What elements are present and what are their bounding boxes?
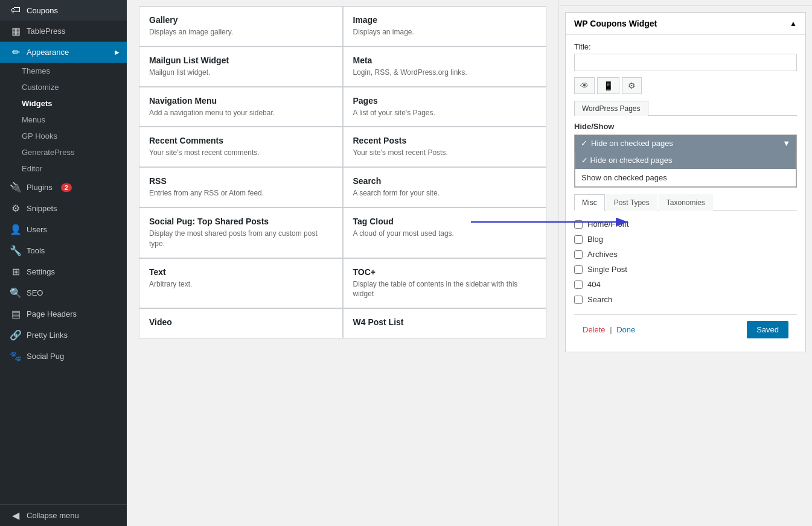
hide-show-dropdown[interactable]: ✓ Hide on checked pages ▼ ✓ Hide on chec… xyxy=(574,135,797,188)
widget-desc: Arbitrary text. xyxy=(149,279,333,290)
collapse-widget-icon[interactable]: ▲ xyxy=(790,19,797,28)
checkbox-archives: Archives xyxy=(574,247,797,262)
sidebar-item-label: Social Pug xyxy=(27,352,64,361)
submenu-item-generatepress[interactable]: GeneratePress xyxy=(0,144,127,160)
widget-card-search[interactable]: Search A search form for your site. xyxy=(343,167,547,208)
sidebar-item-users[interactable]: 👤 Users xyxy=(0,219,127,240)
submenu-item-themes[interactable]: Themes xyxy=(0,63,127,79)
sidebar-item-settings[interactable]: ⊞ Settings xyxy=(0,261,127,282)
submenu-item-customize[interactable]: Customize xyxy=(0,79,127,95)
widget-card-pages[interactable]: Pages A list of your site's Pages. xyxy=(343,87,547,127)
checkbox-archives-input[interactable] xyxy=(574,250,583,259)
sidebar-item-page-headers[interactable]: ▤ Page Headers xyxy=(0,303,127,325)
widget-title: Navigation Menu xyxy=(149,96,333,106)
widget-card-recent-posts[interactable]: Recent Posts Your site's most recent Pos… xyxy=(343,127,547,167)
checkbox-home-front-input[interactable] xyxy=(574,220,583,229)
submenu-item-gp-hooks[interactable]: GP Hooks xyxy=(0,128,127,144)
sidebar-item-label: Plugins xyxy=(27,183,53,192)
misc-tabs: Misc Post Types Taxonomies xyxy=(574,194,797,211)
sidebar-item-label: Page Headers xyxy=(27,309,77,318)
sidebar-item-snippets[interactable]: ⚙ Snippets xyxy=(0,198,127,219)
widget-card-text[interactable]: Text Arbitrary text. xyxy=(139,258,343,309)
widget-card-gallery[interactable]: Gallery Displays an image gallery. xyxy=(139,6,343,46)
checkbox-archives-label: Archives xyxy=(587,250,618,259)
sidebar-item-label: Settings xyxy=(27,267,55,276)
widget-card-meta[interactable]: Meta Login, RSS, & WordPress.org links. xyxy=(343,46,547,87)
icon-row: 👁 📱 ⚙ xyxy=(574,77,797,94)
sidebar-item-tools[interactable]: 🔧 Tools xyxy=(0,240,127,261)
delete-link[interactable]: Delete xyxy=(583,325,606,334)
dropdown-option-show[interactable]: Show on checked pages xyxy=(575,169,796,186)
widget-panel-title: WP Coupons Widget xyxy=(574,19,657,28)
dropdown-arrow-icon: ▼ xyxy=(782,139,790,148)
checkbox-404-input[interactable] xyxy=(574,280,583,289)
widget-card-mailgun[interactable]: Mailgun List Widget Mailgun list widget. xyxy=(139,46,343,87)
hide-show-section: Hide/Show ✓ Hide on checked pages ▼ xyxy=(574,122,797,188)
snippets-icon: ⚙ xyxy=(10,203,22,214)
widget-title: TOC+ xyxy=(353,267,537,277)
dropdown-selected-option[interactable]: ✓ Hide on checked pages ▼ xyxy=(575,135,796,151)
widget-card-navigation-menu[interactable]: Navigation Menu Add a navigation menu to… xyxy=(139,87,343,127)
appearance-icon: ✏ xyxy=(10,46,22,58)
sidebar-item-tablepress[interactable]: ▦ TablePress xyxy=(0,21,127,42)
sidebar-item-label: Pretty Links xyxy=(27,331,68,340)
widget-card-recent-comments[interactable]: Recent Comments Your site's most recent … xyxy=(139,127,343,167)
widget-desc: Displays an image. xyxy=(353,27,537,37)
widget-title: Image xyxy=(353,15,537,25)
misc-tab-misc[interactable]: Misc xyxy=(574,194,605,211)
checkbox-search: Search xyxy=(574,292,797,307)
footer-links: Delete | Done xyxy=(583,325,635,334)
widget-card-toc[interactable]: TOC+ Display the table of contents in th… xyxy=(343,258,547,309)
sidebar-item-coupons[interactable]: 🏷 Coupons xyxy=(0,0,127,21)
widget-card-image[interactable]: Image Displays an image. xyxy=(343,6,547,46)
widget-desc: Your site's most recent Posts. xyxy=(353,148,537,158)
checkbox-blog-input[interactable] xyxy=(574,235,583,244)
widget-card-tag-cloud[interactable]: Tag Cloud A cloud of your most used tags… xyxy=(343,208,547,258)
submenu-item-widgets[interactable]: Widgets xyxy=(0,95,127,112)
widget-desc: A search form for your site. xyxy=(353,188,537,198)
sidebar-item-label: SEO xyxy=(27,288,43,297)
submenu-item-menus[interactable]: Menus xyxy=(0,112,127,128)
misc-tab-taxonomies[interactable]: Taxonomies xyxy=(659,194,713,211)
sidebar-item-seo[interactable]: 🔍 SEO xyxy=(0,282,127,303)
sidebar-item-plugins[interactable]: 🔌 Plugins 2 xyxy=(0,177,127,198)
collapse-icon: ◀ xyxy=(10,510,22,521)
misc-tab-post-types[interactable]: Post Types xyxy=(606,194,657,211)
sidebar-item-label: Collapse menu xyxy=(27,511,79,520)
dropdown-option-hide[interactable]: ✓ Hide on checked pages xyxy=(575,151,796,169)
eye-icon-btn[interactable]: 👁 xyxy=(574,77,595,94)
saved-button[interactable]: Saved xyxy=(747,321,788,338)
sidebar-item-pretty-links[interactable]: 🔗 Pretty Links xyxy=(0,325,127,346)
content-wrapper: Gallery Displays an image gallery. Image… xyxy=(127,0,812,526)
widget-desc: Add a navigation menu to your sidebar. xyxy=(149,108,333,118)
footer-separator: | xyxy=(610,325,612,334)
widget-desc: Display the most shared posts from any c… xyxy=(149,229,333,249)
sidebar-item-appearance[interactable]: ✏ Appearance ▶ xyxy=(0,42,127,63)
sidebar-item-collapse-menu[interactable]: ◀ Collapse menu xyxy=(0,504,127,526)
checkbox-single-post-input[interactable] xyxy=(574,265,583,274)
done-link[interactable]: Done xyxy=(616,325,635,334)
widget-title: Search xyxy=(353,176,537,186)
sidebar: 🏷 Coupons ▦ TablePress ✏ Appearance ▶ Th… xyxy=(0,0,127,526)
sidebar-item-social-pug[interactable]: 🐾 Social Pug xyxy=(0,346,127,367)
checkbox-search-input[interactable] xyxy=(574,296,583,304)
mobile-icon-btn[interactable]: 📱 xyxy=(597,77,619,94)
widget-card-video[interactable]: Video xyxy=(139,308,343,338)
wp-pages-tab[interactable]: WordPress Pages xyxy=(574,101,648,116)
widget-title: Meta xyxy=(353,55,537,65)
checkboxes-area: Home/Front Blog Archives Single Post xyxy=(574,211,797,309)
title-input[interactable] xyxy=(574,54,797,71)
widget-card-rss[interactable]: RSS Entries from any RSS or Atom feed. xyxy=(139,167,343,208)
submenu-item-editor[interactable]: Editor xyxy=(0,160,127,177)
option-label: ✓ Hide on checked pages xyxy=(581,156,672,165)
right-panel: WP Coupons Widget ▲ Title: 👁 📱 ⚙ WordPre… xyxy=(558,0,812,526)
widget-card-social-pug[interactable]: Social Pug: Top Shared Posts Display the… xyxy=(139,208,343,258)
checkbox-search-label: Search xyxy=(587,295,612,304)
widget-title: Pages xyxy=(353,96,537,106)
appearance-submenu: Themes Customize Widgets Menus GP Hooks … xyxy=(0,63,127,177)
widget-card-w4-post-list[interactable]: W4 Post List xyxy=(343,308,547,338)
widget-title: Recent Comments xyxy=(149,136,333,145)
chevron-right-icon: ▶ xyxy=(115,49,120,55)
settings-icon-btn[interactable]: ⚙ xyxy=(622,77,642,94)
wp-widget-panel: WP Coupons Widget ▲ Title: 👁 📱 ⚙ WordPre… xyxy=(565,12,806,352)
